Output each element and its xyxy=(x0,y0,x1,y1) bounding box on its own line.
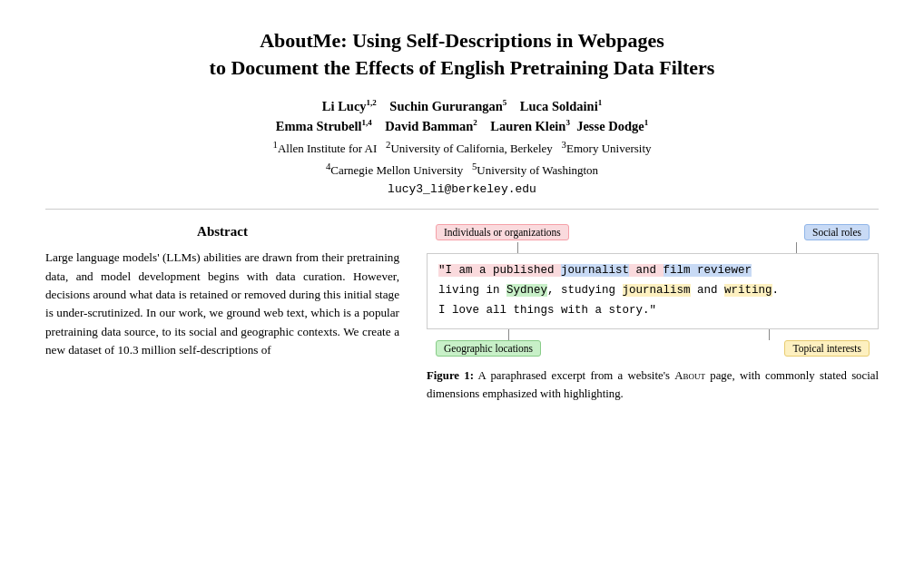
label-social-roles: Social roles xyxy=(804,224,870,240)
figure-quote: "I am a published journalist and film re… xyxy=(438,261,867,321)
author-email: lucy3_li@berkeley.edu xyxy=(45,182,879,196)
section-divider xyxy=(45,209,879,210)
abstract-heading: Abstract xyxy=(45,224,399,240)
title-line1: AboutMe: Using Self-Descriptions in Webp… xyxy=(260,29,664,52)
paper-title: AboutMe: Using Self-Descriptions in Webp… xyxy=(45,27,879,81)
figure-box: Individuals or organizations Social role… xyxy=(427,224,879,357)
affiliations-line2: 4Carnegie Mellon University 5University … xyxy=(45,159,879,181)
content-row: Abstract Large language models' (LLMs) a… xyxy=(45,224,879,403)
authors-line1: Li Lucy1,2 Suchin Gururangan5 Luca Solda… xyxy=(45,97,879,117)
label-geographic: Geographic locations xyxy=(436,340,541,357)
abstract-section: Abstract Large language models' (LLMs) a… xyxy=(45,224,399,360)
title-line2: to Document the Effects of English Pretr… xyxy=(210,56,715,79)
figure-section: Individuals or organizations Social role… xyxy=(427,224,879,403)
title-section: AboutMe: Using Self-Descriptions in Webp… xyxy=(45,27,879,81)
authors-line2: Emma Strubell1,4 David Bamman2 Lauren Kl… xyxy=(45,117,879,137)
affiliations-line1: 1Allen Institute for AI 2University of C… xyxy=(45,137,879,159)
authors-section: Li Lucy1,2 Suchin Gururangan5 Luca Solda… xyxy=(45,97,879,196)
label-individuals-orgs: Individuals or organizations xyxy=(436,224,569,240)
abstract-body: Large language models' (LLMs) abilities … xyxy=(45,249,399,360)
figure-caption: Figure 1: A paraphrased excerpt from a w… xyxy=(427,367,879,404)
label-topical: Topical interests xyxy=(784,340,870,357)
figure-label: Figure 1: xyxy=(427,369,474,382)
